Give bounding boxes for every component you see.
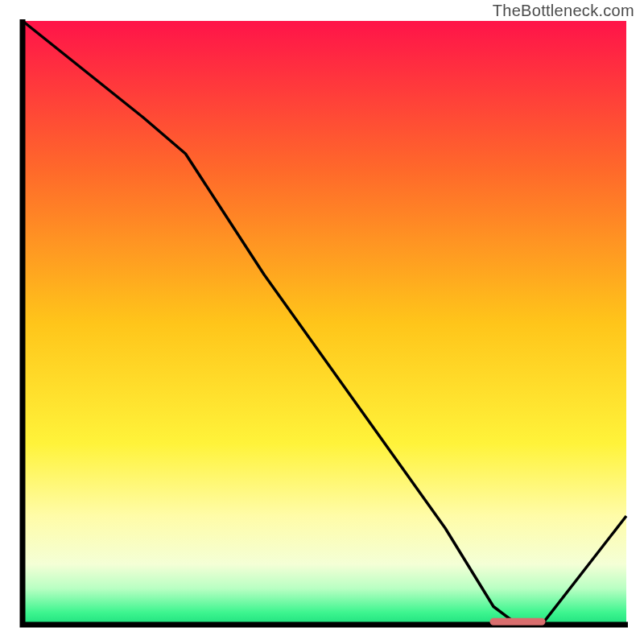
watermark-text: TheBottleneck.com xyxy=(493,2,634,20)
bottleneck-chart xyxy=(18,19,628,630)
gradient-background xyxy=(23,21,626,625)
chart-svg xyxy=(18,19,628,630)
